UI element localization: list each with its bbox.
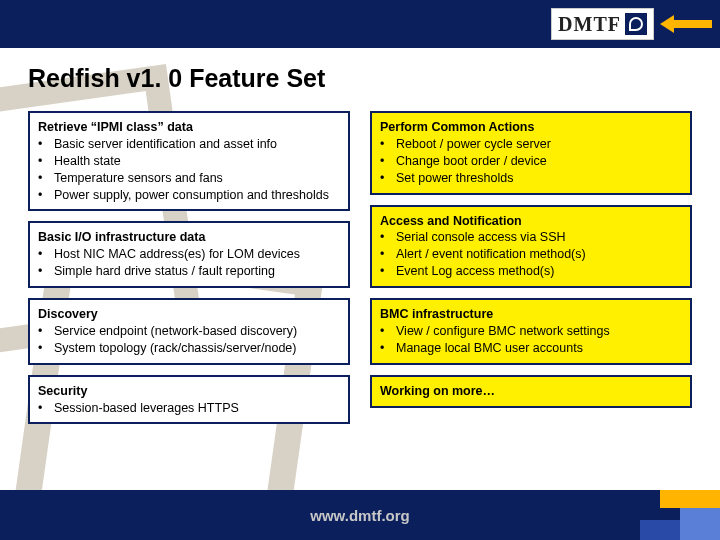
footer-bar: www.dmtf.org bbox=[0, 490, 720, 540]
columns: Retrieve “IPMI class” data •Basic server… bbox=[28, 111, 692, 424]
left-column: Retrieve “IPMI class” data •Basic server… bbox=[28, 111, 350, 424]
header-bar: DMTF bbox=[0, 0, 720, 48]
logo: DMTF bbox=[551, 8, 654, 40]
box-title: BMC infrastructure bbox=[380, 306, 682, 323]
list-item: •Event Log access method(s) bbox=[380, 263, 682, 280]
logo-text: DMTF bbox=[558, 13, 621, 36]
list-item: •Session-based leverages HTTPS bbox=[38, 400, 340, 417]
footer-decor bbox=[610, 490, 720, 540]
box-title: Access and Notification bbox=[380, 213, 682, 230]
box-title: Discovery bbox=[38, 306, 340, 323]
slide-title: Redfish v1. 0 Feature Set bbox=[28, 64, 692, 93]
feature-box: Working on more… bbox=[370, 375, 692, 408]
logo-icon bbox=[625, 13, 647, 35]
box-title: Basic I/O infrastructure data bbox=[38, 229, 340, 246]
list-item: •Service endpoint (network-based discove… bbox=[38, 323, 340, 340]
list-item: •Basic server identification and asset i… bbox=[38, 136, 340, 153]
svg-marker-0 bbox=[660, 15, 712, 33]
feature-box: Perform Common Actions •Reboot / power c… bbox=[370, 111, 692, 195]
svg-rect-3 bbox=[660, 490, 720, 508]
list-item: •Host NIC MAC address(es) for LOM device… bbox=[38, 246, 340, 263]
list-item: •Alert / event notification method(s) bbox=[380, 246, 682, 263]
list-item: •System topology (rack/chassis/server/no… bbox=[38, 340, 340, 357]
feature-box: Access and Notification •Serial console … bbox=[370, 205, 692, 289]
box-title: Security bbox=[38, 383, 340, 400]
list-item: •Health state bbox=[38, 153, 340, 170]
footer-url: www.dmtf.org bbox=[310, 507, 409, 524]
list-item: •Simple hard drive status / fault report… bbox=[38, 263, 340, 280]
feature-box: Retrieve “IPMI class” data •Basic server… bbox=[28, 111, 350, 211]
list-item: •Set power thresholds bbox=[380, 170, 682, 187]
box-title: Retrieve “IPMI class” data bbox=[38, 119, 340, 136]
svg-rect-4 bbox=[680, 508, 720, 540]
list-item: •Serial console access via SSH bbox=[380, 229, 682, 246]
list-item: •Change boot order / device bbox=[380, 153, 682, 170]
feature-box: Security •Session-based leverages HTTPS bbox=[28, 375, 350, 425]
feature-box: Basic I/O infrastructure data •Host NIC … bbox=[28, 221, 350, 288]
slide-content: Redfish v1. 0 Feature Set Retrieve “IPMI… bbox=[0, 48, 720, 490]
list-item: •Power supply, power consumption and thr… bbox=[38, 187, 340, 204]
right-column: Perform Common Actions •Reboot / power c… bbox=[370, 111, 692, 424]
box-title: Perform Common Actions bbox=[380, 119, 682, 136]
list-item: •Manage local BMC user accounts bbox=[380, 340, 682, 357]
list-item: •View / configure BMC network settings bbox=[380, 323, 682, 340]
list-item: •Reboot / power cycle server bbox=[380, 136, 682, 153]
svg-rect-5 bbox=[640, 520, 680, 540]
feature-box: BMC infrastructure •View / configure BMC… bbox=[370, 298, 692, 365]
box-title: Working on more… bbox=[380, 383, 682, 400]
arrow-left-icon bbox=[660, 13, 712, 35]
list-item: •Temperature sensors and fans bbox=[38, 170, 340, 187]
feature-box: Discovery •Service endpoint (network-bas… bbox=[28, 298, 350, 365]
